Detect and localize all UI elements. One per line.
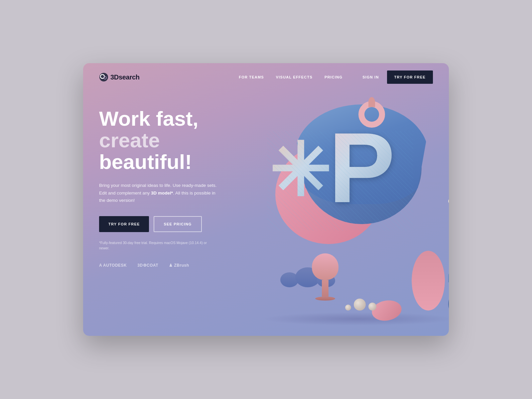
asterisk-shape: ✳ (269, 134, 330, 207)
hero-title-accent: create (99, 129, 160, 152)
app-window: 3Dsearch FOR TEAMS VISUAL EFFECTS PRICIN… (83, 63, 449, 336)
partner-autodesk: A AUTODESK (99, 263, 127, 268)
letter-p: P (329, 118, 395, 217)
blue-vase (448, 269, 449, 324)
pink-goblet (312, 253, 338, 301)
sphere-lg (354, 299, 366, 311)
navbar: 3Dsearch FOR TEAMS VISUAL EFFECTS PRICIN… (83, 63, 449, 91)
cup-stem (322, 280, 329, 297)
small-spheres (345, 299, 376, 311)
nav-link-for-teams[interactable]: FOR TEAMS (239, 75, 264, 79)
hero-see-pricing-button[interactable]: SEE PRICING (154, 216, 201, 232)
hero-content: Work fast, create beautiful! Bring your … (99, 98, 259, 336)
partners: A AUTODESK 3D⚙COAT ♟ ZBrush (99, 263, 259, 268)
nav-try-free-button[interactable]: TRY FOR FREE (387, 70, 433, 84)
hero-description: Bring your most original ideas to life. … (99, 182, 222, 204)
hero-title-part1: Work fast, (99, 107, 199, 130)
hero-buttons: TRY FOR FREE SEE PRICING (99, 216, 259, 232)
ground-shadow (262, 312, 449, 326)
nav-actions: SIGN IN TRY FOR FREE (362, 70, 433, 84)
partner-3dcoat: 3D⚙COAT (137, 263, 158, 268)
hero-desc-bold: 3D model* (151, 191, 173, 196)
nav-links: FOR TEAMS VISUAL EFFECTS PRICING (239, 75, 342, 79)
stone-3 (448, 198, 449, 205)
ring-shape (358, 101, 385, 128)
nav-link-pricing[interactable]: PRICING (325, 75, 342, 79)
sign-in-button[interactable]: SIGN IN (362, 75, 379, 79)
cup-bowl (312, 253, 338, 280)
hero-visual: ✳ P (259, 98, 433, 336)
stacked-stones (448, 184, 449, 230)
sphere-xs (345, 305, 351, 311)
logo[interactable]: 3Dsearch (99, 72, 140, 82)
cup-base (315, 297, 335, 301)
vase-top (448, 269, 449, 282)
3d-scene: ✳ P (249, 84, 449, 336)
partner-zbrush: ♟ ZBrush (169, 263, 189, 268)
pink-moon (412, 251, 445, 311)
hero-try-free-button[interactable]: TRY FOR FREE (99, 216, 149, 232)
hero-title-part2: beautiful! (99, 150, 192, 173)
hero-title: Work fast, create beautiful! (99, 108, 259, 173)
logo-text: 3Dsearch (110, 73, 140, 81)
logo-icon (99, 72, 108, 82)
hero-footnote: *Fully-featured 30-day free trial. Requi… (99, 240, 212, 251)
sphere-sm (368, 303, 376, 311)
hero-section: Work fast, create beautiful! Bring your … (83, 91, 449, 336)
vase-body (448, 289, 449, 319)
nav-link-visual-effects[interactable]: VISUAL EFFECTS (276, 75, 313, 79)
